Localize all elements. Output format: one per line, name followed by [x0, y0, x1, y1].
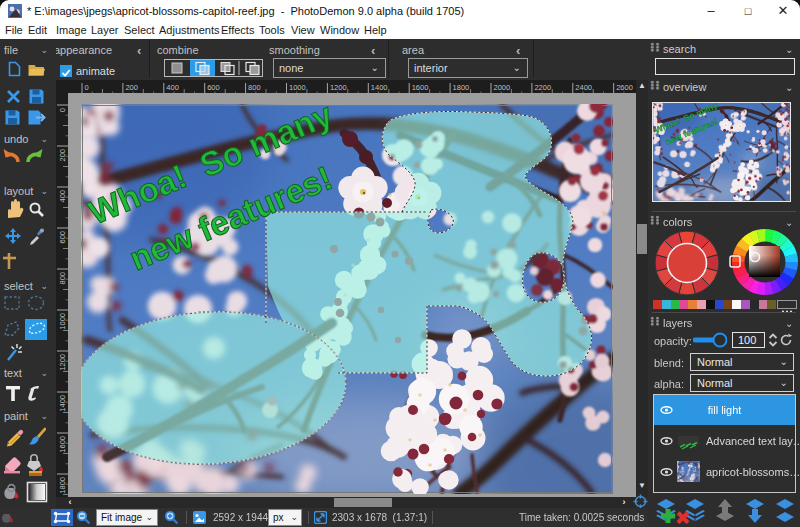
- svg-text:1200: 1200: [330, 83, 347, 92]
- svg-text:2600: 2600: [616, 83, 633, 92]
- svg-text:1600: 1600: [58, 436, 67, 453]
- svg-text:2000: 2000: [494, 83, 511, 92]
- svg-text:600: 600: [58, 231, 67, 244]
- svg-text:200: 200: [58, 149, 67, 162]
- svg-text:1800: 1800: [58, 477, 67, 494]
- svg-text:1400: 1400: [371, 83, 388, 92]
- svg-text:1000: 1000: [289, 83, 306, 92]
- svg-text:2400: 2400: [575, 83, 592, 92]
- svg-text:200: 200: [125, 83, 138, 92]
- svg-text:400: 400: [166, 83, 179, 92]
- svg-text:1200: 1200: [58, 354, 67, 371]
- svg-text:600: 600: [207, 83, 220, 92]
- svg-text:800: 800: [58, 272, 67, 285]
- svg-text:2200: 2200: [534, 83, 551, 92]
- svg-text:400: 400: [58, 190, 67, 203]
- svg-text:1400: 1400: [58, 395, 67, 412]
- svg-text:1000: 1000: [58, 313, 67, 330]
- svg-text:0: 0: [85, 83, 89, 92]
- svg-text:1600: 1600: [412, 83, 429, 92]
- svg-text:0: 0: [58, 108, 67, 112]
- svg-text:800: 800: [248, 83, 261, 92]
- svg-text:1800: 1800: [453, 83, 470, 92]
